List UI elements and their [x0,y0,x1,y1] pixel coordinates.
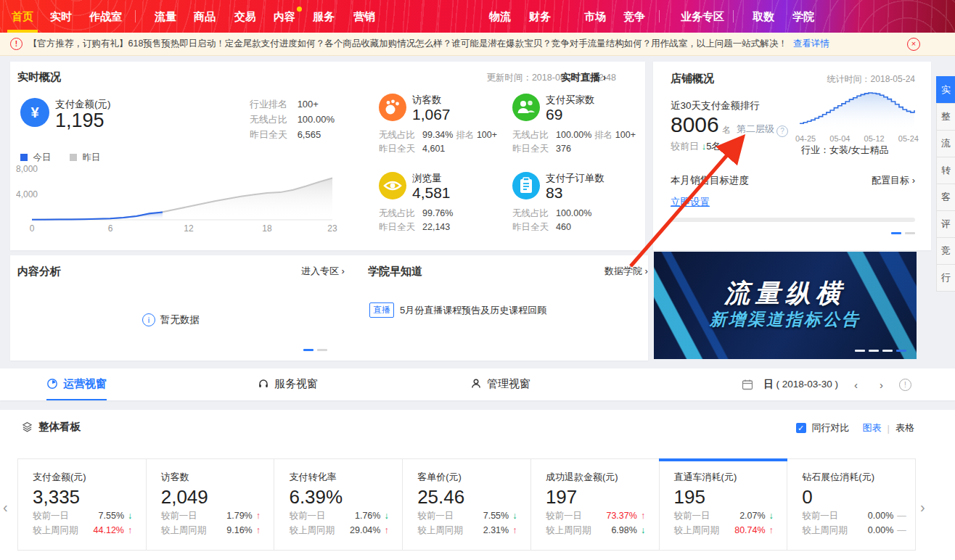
side-tab-整[interactable]: 整 [936,103,955,131]
down-arrow-icon: ↓ [512,511,517,521]
nav-item-首页[interactable]: 首页 [12,0,33,33]
calendar-icon[interactable] [742,379,753,390]
nav-item-服务[interactable]: 服务 [313,0,335,33]
promo-banner[interactable]: 流量纵横 新增渠道指标公告 [654,252,917,359]
pager-dash-active[interactable] [303,349,313,351]
kpi-card-支付转化率[interactable]: 支付转化率6.39%较前一日1.76%↓较上周同期29.04%↑ [274,459,403,550]
banner-pager-dash[interactable] [882,350,893,352]
pager-dash[interactable] [317,349,327,351]
rank-title: 近30天支付金额排行 [671,99,760,112]
goal-setup-link[interactable]: 立即设置 [671,196,710,209]
content-zone-link[interactable]: 进入专区 › [301,265,345,278]
sparkline-x-labels: 04-2505-0405-1205-24 [795,134,919,143]
pager-dash-active[interactable] [891,232,901,234]
rank-vs-prev: 较前日 ↓5名 [671,140,721,153]
kpi-card-成功退款金额(元)[interactable]: 成功退款金额(元)197较前一日73.37%↑较上周同期6.98%↓ [531,459,660,550]
kpi-value: 6.39% [289,486,402,508]
side-tab-流[interactable]: 流 [936,130,955,157]
legend-today-label: 今日 [33,152,51,162]
banner-pager-dash[interactable] [855,350,865,352]
nav-item-市场[interactable]: 市场 [584,0,606,33]
cards-prev-icon[interactable]: ‹ [3,499,8,516]
kpi-card-客单价(元)[interactable]: 客单价(元)25.46较前一日7.55%↓较上周同期2.31%↑ [403,459,531,550]
rank-sparkline-chart [798,89,916,131]
metric-label: 浏览量 [412,172,442,185]
cards-next-icon[interactable]: › [920,499,925,516]
view-table-toggle[interactable]: 表格 [895,421,914,435]
side-tab-转[interactable]: 转 [936,157,955,184]
notification-dot [297,7,302,12]
quick-nav-side-tabs: 实整流转客评竞行 [936,76,955,291]
content-carousel-pager [303,349,327,351]
kpi-card-直通车消耗(元)[interactable]: 直通车消耗(元)195较前一日2.07%↓较上周同期80.74%↑ [660,459,788,550]
nav-item-实时[interactable]: 实时 [50,0,72,33]
kpi-label: 直通车消耗(元) [674,471,787,484]
goal-config-link[interactable]: 配置目标 › [872,174,915,187]
divider: | [888,423,890,434]
banner-pager-dash[interactable] [869,350,879,352]
notice-detail-link[interactable]: 查看详情 [793,38,829,50]
side-tab-实[interactable]: 实 [936,76,955,104]
kpi-compare-row: 较上周同期80.74%↑ [674,524,787,538]
svg-text:23: 23 [327,223,337,234]
svg-text:12: 12 [184,223,194,234]
nav-item-流量[interactable]: 流量 [155,0,176,33]
date-next-icon[interactable]: › [874,379,889,391]
nav-item-财务[interactable]: 财务 [529,0,551,33]
buyer-icon [512,94,540,121]
compare-checkbox[interactable]: ✓ [796,423,806,433]
tab-service-view[interactable]: 服务视窗 [258,368,318,399]
metric-value: 1,067 [412,106,451,123]
sparkline-tick: 05-12 [864,134,885,143]
sparkline-tick: 05-04 [829,134,850,143]
side-tab-评[interactable]: 评 [936,210,955,238]
date-prev-icon[interactable]: ‹ [848,379,864,391]
date-value: ( 2018-03-30 ) [776,379,838,390]
tab-management-view[interactable]: 管理视窗 [470,368,530,399]
kpi-label: 支付转化率 [289,471,402,484]
nav-item-作战室[interactable]: 作战室 [89,0,122,33]
realtime-live-link[interactable]: 实时直播 › [561,71,619,84]
help-icon[interactable]: ? [776,125,788,137]
nav-item-学院[interactable]: 学院 [792,0,814,33]
kpi-cards-row: 支付金额(元)3,335较前一日7.55%↓较上周同期44.12%↑访客数2,0… [17,458,916,551]
metric-label: 支付买家数 [546,94,595,107]
stat-label: 无线占比 [250,113,295,126]
date-info-icon[interactable]: ! [899,379,911,391]
nav-divider [733,10,734,22]
nav-item-取数[interactable]: 取数 [753,0,774,33]
view-chart-toggle[interactable]: 图表 [863,421,882,435]
tab-label: 服务视窗 [274,377,318,391]
side-tab-行[interactable]: 行 [936,264,955,292]
side-tab-客[interactable]: 客 [936,184,955,211]
nav-item-内容[interactable]: 内容 [274,0,295,33]
vs-prev-label: 较前日 [671,141,699,152]
side-tab-竞[interactable]: 竞 [936,237,955,265]
metric-value: 69 [546,106,562,123]
kpi-compare-row: 较上周同期44.12%↑ [33,524,146,538]
date-granularity-picker[interactable]: 日 ( 2018-03-30 ) [763,378,838,391]
monitor-icon [46,378,58,390]
metric-value: 83 [546,184,562,202]
kpi-card-访客数[interactable]: 访客数2,049较前一日1.79%↑较上周同期9.16%↑ [147,459,275,550]
compare-label: 同行对比 [812,421,850,435]
academy-item[interactable]: 直播 5月份直播课程预告及历史课程回顾 [369,302,546,318]
banner-pager-dash[interactable] [896,350,906,352]
stat-row: 无线占比99.76% [379,207,517,221]
academy-item-text: 5月份直播课程预告及历史课程回顾 [400,304,546,317]
pager-dash[interactable] [905,232,915,234]
nav-item-营销[interactable]: 营销 [353,0,375,33]
primary-metric-value: 1,195 [55,110,104,132]
down-arrow-icon: ↓ [128,511,132,521]
nav-item-交易[interactable]: 交易 [234,0,256,33]
nav-item-竞争[interactable]: 竞争 [623,0,645,33]
kpi-card-支付金额(元)[interactable]: 支付金额(元)3,335较前一日7.55%↓较上周同期44.12%↑ [18,459,147,550]
close-icon[interactable]: × [907,38,920,51]
nav-item-业务专区[interactable]: 业务专区 [681,0,724,33]
tab-operation-view[interactable]: 运营视窗 [46,368,107,400]
nav-item-商品[interactable]: 商品 [194,0,216,33]
academy-link[interactable]: 数据学院 › [604,265,648,278]
kpi-card-钻石展位消耗(元)[interactable]: 钻石展位消耗(元)0较前一日0.00%—较上周同期0.00%— [787,459,915,550]
stat-value: 100.00% [298,114,335,125]
nav-item-物流[interactable]: 物流 [489,0,511,33]
